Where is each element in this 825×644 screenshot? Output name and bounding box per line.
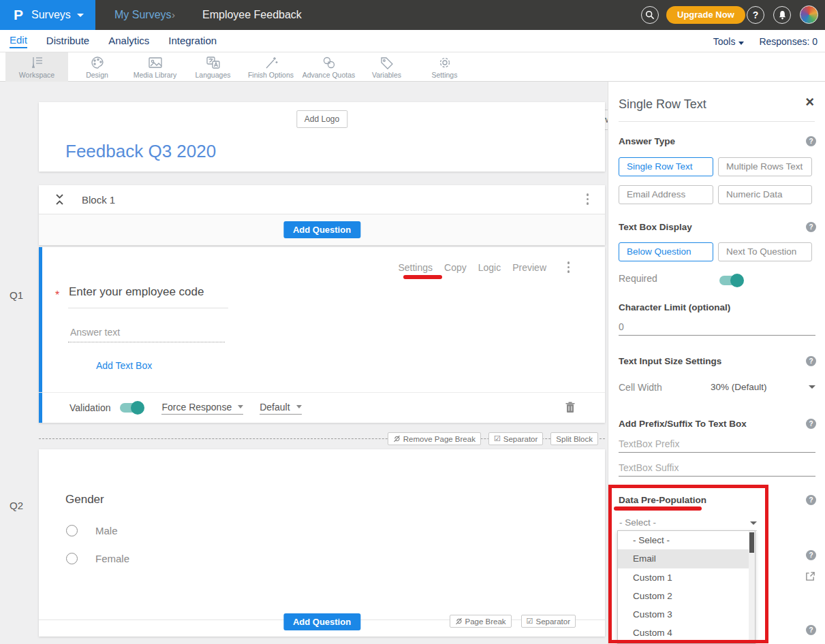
data-prepopulation-label: Data Pre-Population bbox=[619, 495, 706, 505]
trash-icon bbox=[565, 402, 575, 413]
close-panel-button[interactable]: × bbox=[805, 95, 814, 110]
translate-icon bbox=[206, 56, 221, 69]
question-text-q1[interactable]: Enter your employee code bbox=[69, 285, 204, 299]
question-text-q2[interactable]: Gender bbox=[65, 493, 104, 506]
dropdown-option-custom-1[interactable]: Custom 1 bbox=[618, 568, 755, 587]
answer-type-numeric-data[interactable]: Numeric Data bbox=[718, 185, 812, 204]
toolbar-label: Settings bbox=[432, 71, 458, 79]
validation-toggle[interactable] bbox=[120, 403, 143, 413]
tab-integration[interactable]: Integration bbox=[168, 35, 217, 48]
answer-type-single-row[interactable]: Single Row Text bbox=[619, 157, 713, 176]
toolbar-label: Variables bbox=[372, 71, 401, 79]
collapse-block-button[interactable] bbox=[55, 194, 64, 208]
dropdown-option-email[interactable]: Email bbox=[618, 549, 755, 568]
help-icon[interactable]: ? bbox=[806, 222, 816, 232]
default-validation-dropdown[interactable]: Default bbox=[260, 402, 301, 415]
chevron-down-icon bbox=[238, 405, 243, 408]
required-toggle[interactable] bbox=[719, 276, 743, 285]
product-menu[interactable]: P Surveys bbox=[0, 0, 95, 30]
dropdown-option-custom-4[interactable]: Custom 4 bbox=[618, 624, 755, 642]
delete-question-button[interactable] bbox=[565, 402, 575, 416]
toolbar-item-settings[interactable]: Settings bbox=[416, 52, 473, 82]
help-icon[interactable]: ? bbox=[806, 550, 816, 560]
required-label: Required bbox=[619, 273, 657, 284]
dropdown-scrollbar[interactable] bbox=[749, 531, 755, 643]
breadcrumb-parent[interactable]: My Surveys bbox=[114, 9, 172, 21]
toolbar-label: Design bbox=[86, 71, 108, 79]
design-palette-icon bbox=[90, 56, 105, 69]
separator-button[interactable]: ☑ Separator bbox=[488, 432, 543, 445]
tab-distribute[interactable]: Distribute bbox=[46, 35, 89, 48]
display-below-question[interactable]: Below Question bbox=[619, 242, 713, 261]
question-tab-settings[interactable]: Settings bbox=[398, 262, 433, 273]
add-question-button-bottom[interactable]: Add Question bbox=[283, 613, 360, 630]
toolbar-item-design[interactable]: Design bbox=[68, 52, 126, 82]
add-logo-button[interactable]: Add Logo bbox=[296, 110, 347, 128]
toolbar-item-finish-options[interactable]: Finish Options bbox=[242, 52, 300, 82]
help-icon[interactable]: ? bbox=[806, 495, 816, 505]
add-question-button-top[interactable]: Add Question bbox=[283, 221, 360, 238]
chevron-down-icon bbox=[296, 405, 302, 408]
radio-option-female[interactable]: Female bbox=[66, 553, 129, 564]
survey-title[interactable]: Feedback Q3 2020 bbox=[65, 141, 216, 162]
collapse-icon bbox=[55, 194, 64, 205]
help-icon[interactable]: ? bbox=[806, 356, 816, 366]
dropdown-option-custom-2[interactable]: Custom 2 bbox=[618, 587, 755, 605]
block-title[interactable]: Block 1 bbox=[82, 194, 115, 206]
user-avatar[interactable] bbox=[800, 5, 818, 24]
separator-button-bottom[interactable]: ☑ Separator bbox=[521, 615, 576, 628]
help-icon[interactable]: ? bbox=[806, 136, 816, 146]
toolbar-item-advance-quotas[interactable]: Advance Quotas bbox=[300, 52, 358, 82]
external-link-button[interactable] bbox=[805, 571, 815, 584]
help-button[interactable]: ? bbox=[747, 6, 764, 24]
chevron-down-icon bbox=[750, 521, 757, 525]
chain-link-icon bbox=[322, 56, 337, 69]
cell-width-dropdown[interactable] bbox=[809, 385, 815, 389]
question-tab-logic[interactable]: Logic bbox=[478, 262, 501, 273]
answer-type-email-address[interactable]: Email Address bbox=[619, 185, 713, 204]
textbox-suffix-input[interactable] bbox=[619, 461, 815, 477]
remove-page-break-button[interactable]: Remove Page Break bbox=[388, 432, 481, 445]
toolbar-item-variables[interactable]: Variables bbox=[358, 52, 416, 82]
tab-analytics[interactable]: Analytics bbox=[108, 35, 149, 48]
page-break-icon bbox=[393, 435, 401, 442]
data-prepopulation-select[interactable]: - Select - bbox=[619, 515, 757, 531]
dropdown-option-custom-3[interactable]: Custom 3 bbox=[618, 605, 755, 624]
answer-type-multiple-rows[interactable]: Multiple Rows Text bbox=[718, 157, 812, 176]
notifications-button[interactable] bbox=[773, 6, 791, 24]
search-button[interactable] bbox=[641, 6, 659, 24]
toolbar-item-workspace[interactable]: Workspace bbox=[5, 52, 68, 82]
panel-title: Single Row Text bbox=[619, 97, 706, 112]
textbox-prefix-input[interactable] bbox=[619, 437, 815, 453]
toolbar-label: Advance Quotas bbox=[302, 71, 356, 79]
character-limit-input[interactable] bbox=[619, 320, 815, 336]
force-response-dropdown[interactable]: Force Response bbox=[161, 402, 243, 415]
add-text-box-link[interactable]: Add Text Box bbox=[96, 360, 152, 371]
dropdown-option-select[interactable]: - Select - bbox=[618, 531, 755, 549]
chevron-down-icon bbox=[738, 42, 744, 45]
question-menu-button[interactable] bbox=[567, 261, 570, 273]
tag-icon bbox=[379, 56, 394, 69]
scrollbar-thumb[interactable] bbox=[749, 532, 754, 553]
search-icon bbox=[645, 10, 655, 20]
upgrade-now-button[interactable]: Upgrade Now bbox=[666, 6, 745, 24]
toolbar-item-media-library[interactable]: Media Library bbox=[126, 52, 184, 82]
help-icon[interactable]: ? bbox=[806, 419, 816, 429]
tools-menu[interactable]: Tools bbox=[713, 36, 745, 47]
question-tab-copy[interactable]: Copy bbox=[444, 262, 467, 273]
breadcrumb-separator: › bbox=[172, 9, 175, 20]
page-break-icon bbox=[455, 617, 463, 625]
display-next-to-question[interactable]: Next To Question bbox=[718, 242, 812, 261]
page-break-controls: Remove Page Break ☑ Separator Split Bloc… bbox=[388, 432, 598, 445]
help-icon[interactable]: ? bbox=[806, 625, 816, 635]
editor-toolbar: Workspace Design Media Library Languages… bbox=[0, 52, 825, 82]
radio-option-male[interactable]: Male bbox=[66, 525, 118, 536]
toolbar-item-languages[interactable]: Languages bbox=[184, 52, 242, 82]
split-block-button[interactable]: Split Block bbox=[550, 432, 598, 445]
tab-edit[interactable]: Edit bbox=[10, 34, 27, 48]
question-tab-preview[interactable]: Preview bbox=[512, 262, 546, 273]
page-break-button[interactable]: Page Break bbox=[450, 615, 512, 628]
answer-text-placeholder[interactable]: Answer text bbox=[70, 327, 120, 338]
toolbar-label: Workspace bbox=[19, 71, 55, 79]
block-menu-button[interactable] bbox=[587, 193, 589, 205]
